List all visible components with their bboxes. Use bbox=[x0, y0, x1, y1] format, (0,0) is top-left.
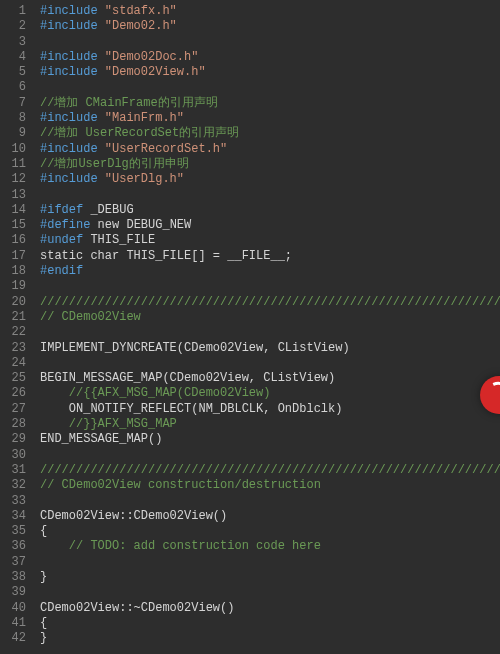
line-number: 41 bbox=[0, 616, 32, 631]
code-line[interactable]: BEGIN_MESSAGE_MAP(CDemo02View, CListView… bbox=[40, 371, 500, 386]
code-line[interactable] bbox=[40, 80, 500, 95]
line-number: 15 bbox=[0, 218, 32, 233]
line-number: 2 bbox=[0, 19, 32, 34]
code-line[interactable]: ////////////////////////////////////////… bbox=[40, 463, 500, 478]
code-line[interactable]: #include "Demo02.h" bbox=[40, 19, 500, 34]
line-number: 7 bbox=[0, 96, 32, 111]
code-line[interactable]: #include "Demo02View.h" bbox=[40, 65, 500, 80]
code-line[interactable]: #include "UserRecordSet.h" bbox=[40, 142, 500, 157]
code-line[interactable]: { bbox=[40, 524, 500, 539]
line-number: 37 bbox=[0, 555, 32, 570]
line-number: 19 bbox=[0, 279, 32, 294]
line-number: 42 bbox=[0, 631, 32, 646]
code-line[interactable]: #include "Demo02Doc.h" bbox=[40, 50, 500, 65]
code-line[interactable]: END_MESSAGE_MAP() bbox=[40, 432, 500, 447]
line-number: 27 bbox=[0, 402, 32, 417]
line-number: 39 bbox=[0, 585, 32, 600]
line-number: 6 bbox=[0, 80, 32, 95]
code-line[interactable]: //}}AFX_MSG_MAP bbox=[40, 417, 500, 432]
code-line[interactable]: CDemo02View::CDemo02View() bbox=[40, 509, 500, 524]
code-line[interactable]: #define new DEBUG_NEW bbox=[40, 218, 500, 233]
line-number: 5 bbox=[0, 65, 32, 80]
code-line[interactable]: // CDemo02View construction/destruction bbox=[40, 478, 500, 493]
code-line[interactable] bbox=[40, 325, 500, 340]
code-line[interactable]: //增加UserDlg的引用申明 bbox=[40, 157, 500, 172]
line-number: 20 bbox=[0, 295, 32, 310]
line-number: 9 bbox=[0, 126, 32, 141]
line-number: 35 bbox=[0, 524, 32, 539]
line-number: 32 bbox=[0, 478, 32, 493]
line-number: 28 bbox=[0, 417, 32, 432]
line-number: 40 bbox=[0, 601, 32, 616]
code-line[interactable]: IMPLEMENT_DYNCREATE(CDemo02View, CListVi… bbox=[40, 341, 500, 356]
line-number: 3 bbox=[0, 35, 32, 50]
line-number: 4 bbox=[0, 50, 32, 65]
line-number: 14 bbox=[0, 203, 32, 218]
line-number: 22 bbox=[0, 325, 32, 340]
line-number: 16 bbox=[0, 233, 32, 248]
code-line[interactable]: } bbox=[40, 631, 500, 646]
code-line[interactable]: { bbox=[40, 616, 500, 631]
code-line[interactable] bbox=[40, 356, 500, 371]
line-number: 24 bbox=[0, 356, 32, 371]
code-line[interactable]: CDemo02View::~CDemo02View() bbox=[40, 601, 500, 616]
code-line[interactable]: #endif bbox=[40, 264, 500, 279]
line-number: 26 bbox=[0, 386, 32, 401]
line-number: 33 bbox=[0, 494, 32, 509]
code-line[interactable]: #include "stdafx.h" bbox=[40, 4, 500, 19]
code-line[interactable]: #include "MainFrm.h" bbox=[40, 111, 500, 126]
line-number: 38 bbox=[0, 570, 32, 585]
code-line[interactable]: #include "UserDlg.h" bbox=[40, 172, 500, 187]
code-line[interactable]: #ifdef _DEBUG bbox=[40, 203, 500, 218]
line-number: 1 bbox=[0, 4, 32, 19]
line-number: 13 bbox=[0, 188, 32, 203]
line-number: 31 bbox=[0, 463, 32, 478]
code-line[interactable]: #undef THIS_FILE bbox=[40, 233, 500, 248]
code-line[interactable] bbox=[40, 585, 500, 600]
code-line[interactable] bbox=[40, 279, 500, 294]
code-line[interactable]: ON_NOTIFY_REFLECT(NM_DBLCLK, OnDblclk) bbox=[40, 402, 500, 417]
code-line[interactable]: //增加 CMainFrame的引用声明 bbox=[40, 96, 500, 111]
code-area[interactable]: #include "stdafx.h"#include "Demo02.h"#i… bbox=[40, 0, 500, 646]
code-line[interactable] bbox=[40, 448, 500, 463]
line-number: 12 bbox=[0, 172, 32, 187]
code-line[interactable] bbox=[40, 555, 500, 570]
line-number: 30 bbox=[0, 448, 32, 463]
line-number-gutter: 1234567891011121314151617181920212223242… bbox=[0, 0, 32, 646]
line-number: 25 bbox=[0, 371, 32, 386]
line-number: 17 bbox=[0, 249, 32, 264]
line-number: 36 bbox=[0, 539, 32, 554]
code-line[interactable]: // TODO: add construction code here bbox=[40, 539, 500, 554]
code-line[interactable]: // CDemo02View bbox=[40, 310, 500, 325]
line-number: 8 bbox=[0, 111, 32, 126]
code-line[interactable]: } bbox=[40, 570, 500, 585]
code-line[interactable]: //{{AFX_MSG_MAP(CDemo02View) bbox=[40, 386, 500, 401]
code-line[interactable]: ////////////////////////////////////////… bbox=[40, 295, 500, 310]
line-number: 34 bbox=[0, 509, 32, 524]
line-number: 11 bbox=[0, 157, 32, 172]
code-line[interactable]: //增加 UserRecordSet的引用声明 bbox=[40, 126, 500, 141]
line-number: 23 bbox=[0, 341, 32, 356]
code-line[interactable] bbox=[40, 494, 500, 509]
line-number: 29 bbox=[0, 432, 32, 447]
code-editor[interactable]: 1234567891011121314151617181920212223242… bbox=[0, 0, 500, 654]
code-line[interactable] bbox=[40, 35, 500, 50]
line-number: 18 bbox=[0, 264, 32, 279]
code-line[interactable] bbox=[40, 188, 500, 203]
code-line[interactable]: static char THIS_FILE[] = __FILE__; bbox=[40, 249, 500, 264]
line-number: 10 bbox=[0, 142, 32, 157]
line-number: 21 bbox=[0, 310, 32, 325]
